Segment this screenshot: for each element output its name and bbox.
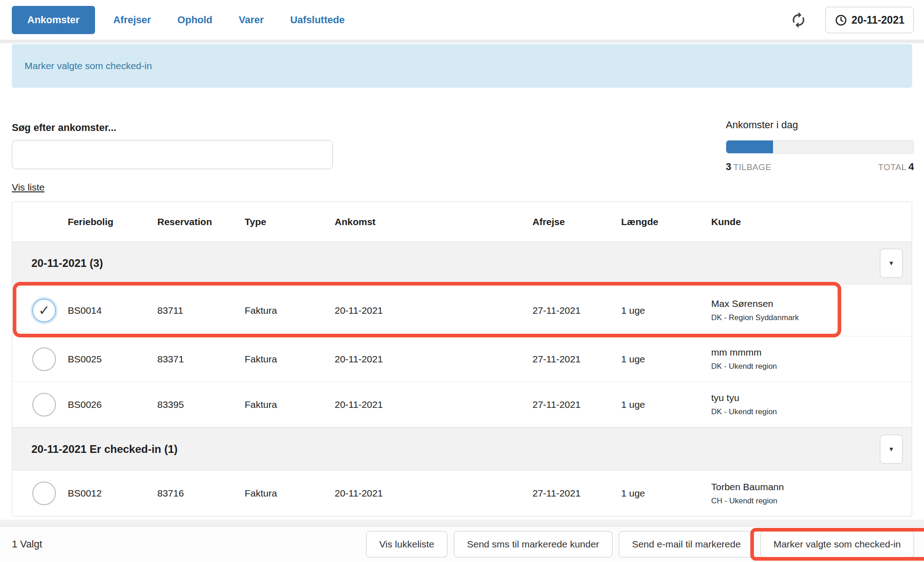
kunde-region: DK - Ukendt region — [711, 362, 912, 371]
kunde-name: mm mmmm — [711, 347, 912, 358]
tab-ankomster[interactable]: Ankomster — [12, 6, 95, 34]
cell-feriebolig: BS0014 — [68, 305, 157, 316]
cell-afrejse: 27-11-2021 — [532, 354, 621, 365]
cell-feriebolig: BS0012 — [68, 488, 157, 499]
cell-feriebolig: BS0026 — [68, 399, 157, 410]
search-input[interactable] — [12, 140, 333, 169]
cell-ankomst: 20-11-2021 — [335, 354, 532, 365]
chevron-down-icon: ▾ — [889, 259, 893, 267]
group-title: 20-11-2021 (3) — [31, 257, 103, 270]
remaining-label: TILBAGE — [733, 162, 772, 172]
group-collapse-button[interactable]: ▾ — [880, 249, 903, 278]
arrivals-progress: Ankomster i dag 3 TILBAGE TOTAL 4 — [726, 119, 924, 173]
table-body: 20-11-2021 (3) ▾ ✓ BS0014 83711 Faktura … — [12, 241, 912, 516]
checkbox-cell: ✓ — [12, 482, 68, 505]
cell-reservation: 83716 — [157, 488, 245, 499]
footer-gap-strip — [0, 520, 924, 526]
kunde-name: Torben Baumann — [711, 482, 912, 492]
search-label: Søg efter ankomster... — [12, 122, 116, 134]
checkbox-cell: ✓ — [12, 393, 68, 416]
cell-reservation: 83395 — [157, 399, 245, 410]
progress-track — [726, 140, 914, 154]
row-checkbox[interactable]: ✓ — [32, 347, 56, 371]
cell-feriebolig: BS0025 — [68, 354, 157, 365]
progress-fill — [726, 140, 773, 153]
kunde-name: tyu tyu — [711, 392, 912, 403]
cell-laengde: 1 uge — [621, 305, 711, 316]
progress-stats: 3 TILBAGE TOTAL 4 — [726, 161, 914, 173]
checked-in-banner: Marker valgte som checked-in — [12, 44, 912, 88]
row-checkbox[interactable]: ✓ — [32, 393, 56, 416]
kunde-region: DK - Ukendt region — [711, 407, 912, 416]
selected-count: 1 Valgt — [12, 538, 42, 550]
col-reservation: Reservation — [157, 216, 245, 227]
cell-laengde: 1 uge — [621, 488, 711, 499]
total-value: 4 — [909, 161, 914, 172]
cell-type: Faktura — [245, 488, 335, 499]
chevron-down-icon: ▾ — [889, 445, 893, 453]
cell-reservation: 83371 — [157, 354, 245, 365]
footer-buttons: Vis lukkeliste Send sms til markerede ku… — [366, 531, 914, 557]
send-email-button[interactable]: Send e-mail til markerede — [619, 531, 754, 557]
cell-ankomst: 20-11-2021 — [335, 399, 532, 410]
total-stat: TOTAL 4 — [878, 161, 914, 173]
table-row[interactable]: ✓ BS0012 83716 Faktura 20-11-2021 27-11-… — [12, 471, 912, 516]
remaining-value: 3 — [726, 161, 731, 172]
cell-laengde: 1 uge — [621, 399, 711, 410]
cell-type: Faktura — [245, 305, 335, 316]
total-label: TOTAL — [878, 162, 906, 172]
arrivals-table: Feriebolig Reservation Type Ankomst Afre… — [12, 201, 912, 517]
row-checkbox[interactable]: ✓ — [32, 482, 56, 505]
cell-kunde: tyu tyu DK - Ukendt region — [711, 392, 912, 416]
checkbox-cell: ✓ — [12, 299, 68, 322]
cell-kunde: Torben Baumann CH - Ukendt region — [711, 482, 912, 506]
cell-type: Faktura — [245, 354, 335, 365]
cell-kunde: mm mmmm DK - Ukendt region — [711, 347, 912, 371]
cell-type: Faktura — [245, 399, 335, 410]
cell-reservation: 83711 — [157, 305, 245, 316]
col-feriebolig: Feriebolig — [68, 216, 157, 227]
tab-uafsluttede[interactable]: Uafsluttede — [290, 14, 345, 26]
vis-liste-link[interactable]: Vis liste — [12, 182, 45, 193]
kunde-name: Max Sørensen — [711, 298, 912, 309]
col-ankomst: Ankomst — [335, 216, 532, 227]
kunde-region: DK - Region Syddanmark — [711, 313, 912, 322]
cell-kunde: Max Sørensen DK - Region Syddanmark — [711, 298, 912, 322]
col-laengde: Længde — [621, 216, 711, 227]
table-row[interactable]: ✓ BS0025 83371 Faktura 20-11-2021 27-11-… — [12, 336, 912, 382]
cell-afrejse: 27-11-2021 — [532, 488, 621, 499]
refresh-icon[interactable] — [790, 11, 807, 29]
row-checkbox[interactable]: ✓ — [32, 299, 56, 322]
col-kunde: Kunde — [711, 216, 912, 227]
group-header: 20-11-2021 Er checked-in (1) ▾ — [12, 427, 912, 471]
tab-varer[interactable]: Varer — [239, 14, 264, 26]
cell-afrejse: 27-11-2021 — [532, 305, 621, 316]
tab-bar: Ankomster Afrejser Ophold Varer Uafslutt… — [0, 0, 924, 40]
table-header-row: Feriebolig Reservation Type Ankomst Afre… — [12, 202, 912, 241]
checkbox-cell: ✓ — [12, 347, 68, 371]
topbar-right: 20-11-2021 — [790, 7, 914, 33]
clock-icon — [835, 14, 847, 26]
table-row[interactable]: ✓ BS0026 83395 Faktura 20-11-2021 27-11-… — [12, 382, 912, 427]
send-sms-button[interactable]: Send sms til markerede kunder — [454, 531, 613, 557]
vis-lukkeliste-button[interactable]: Vis lukkeliste — [366, 531, 447, 557]
group-collapse-button[interactable]: ▾ — [880, 435, 903, 464]
table-row[interactable]: ✓ BS0014 83711 Faktura 20-11-2021 27-11-… — [12, 285, 912, 336]
date-button[interactable]: 20-11-2021 — [825, 7, 914, 33]
cell-laengde: 1 uge — [621, 354, 711, 365]
kunde-region: CH - Ukendt region — [711, 497, 912, 506]
arrivals-progress-title: Ankomster i dag — [726, 119, 914, 131]
date-button-label: 20-11-2021 — [852, 14, 904, 26]
cell-ankomst: 20-11-2021 — [335, 305, 532, 316]
col-afrejse: Afrejse — [532, 216, 621, 227]
tab-afrejser[interactable]: Afrejser — [113, 14, 151, 26]
cell-afrejse: 27-11-2021 — [532, 399, 621, 410]
group-header: 20-11-2021 (3) ▾ — [12, 241, 912, 285]
check-icon: ✓ — [38, 304, 50, 317]
remaining-stat: 3 TILBAGE — [726, 161, 771, 173]
marker-checked-in-button[interactable]: Marker valgte som checked-in — [760, 531, 914, 557]
tab-ophold[interactable]: Ophold — [177, 14, 212, 26]
cell-ankomst: 20-11-2021 — [335, 488, 532, 499]
footer-bar: 1 Valgt Vis lukkeliste Send sms til mark… — [0, 526, 924, 562]
col-type: Type — [245, 216, 335, 227]
